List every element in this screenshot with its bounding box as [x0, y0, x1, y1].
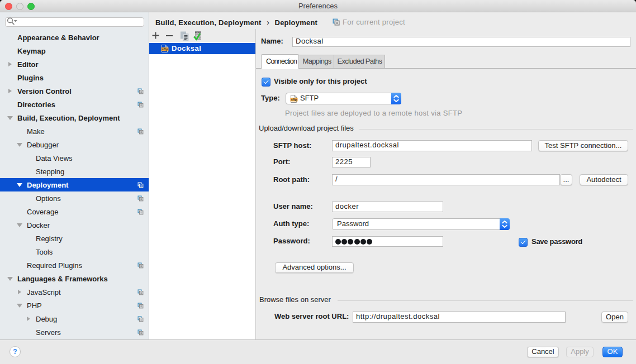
- svg-text:sftp: sftp: [291, 98, 297, 101]
- svg-text:sftp: sftp: [162, 47, 168, 51]
